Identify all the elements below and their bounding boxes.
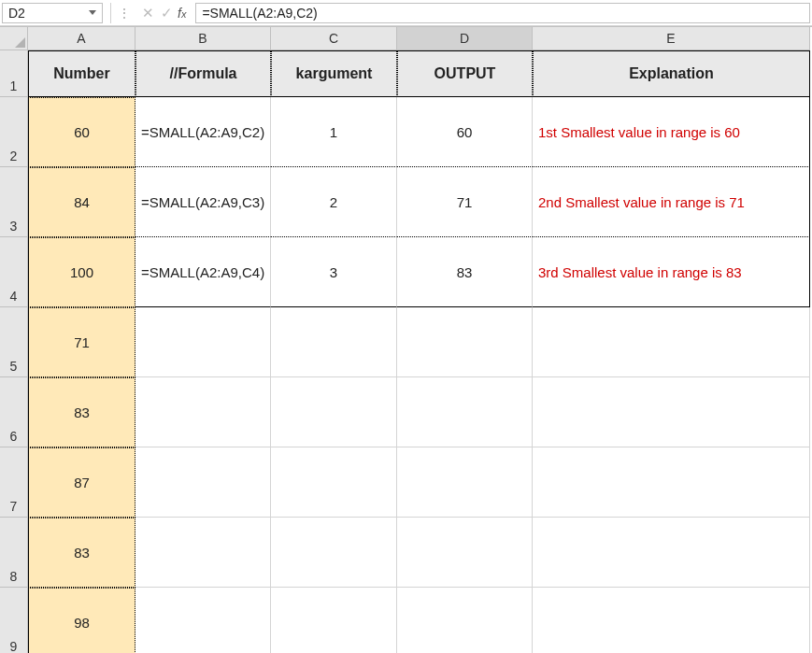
separator — [110, 3, 111, 23]
cell-E2[interactable]: 1st Smallest value in range is 60 — [533, 97, 810, 167]
cell-D6[interactable] — [397, 377, 533, 447]
spreadsheet-grid[interactable]: A B C D E 1 Number //Formula k argument … — [0, 26, 812, 653]
header-explanation[interactable]: Explanation — [533, 50, 810, 97]
cell-D5[interactable] — [397, 307, 533, 377]
col-head-E[interactable]: E — [533, 27, 810, 50]
row-head-2[interactable]: 2 — [0, 97, 28, 167]
cell-C4[interactable]: 3 — [271, 237, 397, 307]
cell-A9[interactable]: 98 — [28, 588, 135, 653]
formula-bar: D2 ⋮ ✕ ✓ fx =SMALL(A2:A9,C2) — [0, 0, 812, 26]
row-head-8[interactable]: 8 — [0, 518, 28, 588]
cell-B9[interactable] — [135, 588, 271, 653]
col-head-D[interactable]: D — [397, 27, 533, 50]
cell-B8[interactable] — [135, 518, 271, 588]
cell-B2[interactable]: =SMALL(A2:A9,C2) — [135, 97, 271, 167]
cell-D7[interactable] — [397, 447, 533, 518]
cell-D3[interactable]: 71 — [397, 167, 533, 237]
cell-B5[interactable] — [135, 307, 271, 377]
col-head-A[interactable]: A — [28, 27, 135, 50]
cell-C5[interactable] — [271, 307, 397, 377]
row-head-9[interactable]: 9 — [0, 588, 28, 653]
row-head-7[interactable]: 7 — [0, 447, 28, 518]
cell-C8[interactable] — [271, 518, 397, 588]
cell-A8[interactable]: 83 — [28, 518, 135, 588]
formula-input[interactable]: =SMALL(A2:A9,C2) — [195, 3, 810, 23]
cell-D8[interactable] — [397, 518, 533, 588]
cell-B6[interactable] — [135, 377, 271, 447]
cell-D4[interactable]: 83 — [397, 237, 533, 307]
header-kargument[interactable]: k argument — [271, 50, 397, 97]
cell-E8[interactable] — [533, 518, 810, 588]
cancel-icon[interactable]: ✕ — [138, 3, 157, 23]
cell-B3[interactable]: =SMALL(A2:A9,C3) — [135, 167, 271, 237]
col-head-B[interactable]: B — [135, 27, 271, 50]
cell-E5[interactable] — [533, 307, 810, 377]
row-head-1[interactable]: 1 — [0, 50, 28, 97]
cell-A7[interactable]: 87 — [28, 447, 135, 518]
row-head-4[interactable]: 4 — [0, 237, 28, 307]
cell-C3[interactable]: 2 — [271, 167, 397, 237]
active-cell-ref: D2 — [8, 6, 25, 21]
cell-A6[interactable]: 83 — [28, 377, 135, 447]
fx-icon[interactable]: fx — [178, 6, 186, 21]
cell-E6[interactable] — [533, 377, 810, 447]
cell-A4[interactable]: 100 — [28, 237, 135, 307]
enter-check-icon[interactable]: ✓ — [157, 3, 176, 23]
header-output[interactable]: OUTPUT — [397, 50, 533, 97]
cell-D2[interactable]: 60 — [397, 97, 533, 167]
cell-E7[interactable] — [533, 447, 810, 518]
chevron-down-icon[interactable] — [89, 10, 96, 15]
cell-D9[interactable] — [397, 588, 533, 653]
row-head-5[interactable]: 5 — [0, 307, 28, 377]
header-number[interactable]: Number — [28, 50, 135, 97]
cell-B4[interactable]: =SMALL(A2:A9,C4) — [135, 237, 271, 307]
row-head-3[interactable]: 3 — [0, 167, 28, 237]
cell-A3[interactable]: 84 — [28, 167, 135, 237]
cell-C6[interactable] — [271, 377, 397, 447]
select-all-corner[interactable] — [0, 27, 28, 50]
cell-A5[interactable]: 71 — [28, 307, 135, 377]
cell-E4[interactable]: 3rd Smallest value in range is 83 — [533, 237, 810, 307]
cell-E3[interactable]: 2nd Smallest value in range is 71 — [533, 167, 810, 237]
cell-B7[interactable] — [135, 447, 271, 518]
name-box[interactable]: D2 — [2, 3, 103, 23]
cell-C2[interactable]: 1 — [271, 97, 397, 167]
formula-text: =SMALL(A2:A9,C2) — [202, 6, 317, 21]
header-formula[interactable]: //Formula — [135, 50, 271, 97]
row-head-6[interactable]: 6 — [0, 377, 28, 447]
cell-C7[interactable] — [271, 447, 397, 518]
cell-A2[interactable]: 60 — [28, 97, 135, 167]
col-head-C[interactable]: C — [271, 27, 397, 50]
cell-E9[interactable] — [533, 588, 810, 653]
dots-icon: ⋮ — [119, 7, 131, 20]
cell-C9[interactable] — [271, 588, 397, 653]
